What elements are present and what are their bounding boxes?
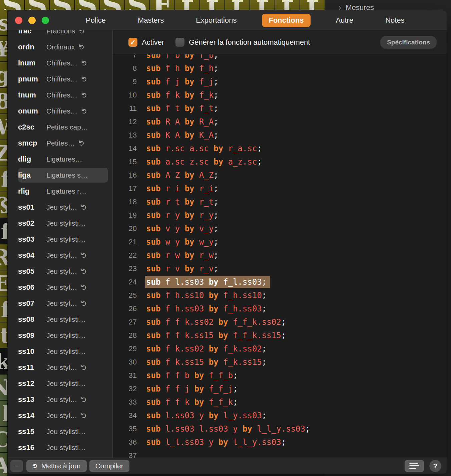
sidebar-item-ss02[interactable]: ss02Jeu stylisti… [8,215,112,231]
sidebar-item-ss08[interactable]: ss08Jeu stylisti… [8,311,112,327]
code-line: 36sub l_l.ss03 y by l_l_y.ss03; [113,436,447,449]
tab-masters[interactable]: Masters [131,14,170,27]
auto-refresh-icon: ↻ [80,365,88,371]
tab-notes[interactable]: Notes [379,14,411,27]
features-sidebar: fracFractions↻ordnOrdinaux↻lnumChiffres…… [8,30,112,458]
auto-refresh-icon: ↻ [80,413,88,419]
sidebar-item-ss03[interactable]: ss03Jeu stylisti… [8,231,112,247]
specifications-button[interactable]: Spécifications [380,36,437,49]
sidebar-item-ss09[interactable]: ss09Jeu stylisti… [8,327,112,343]
line-number: 35 [113,425,137,433]
update-button[interactable]: ↻ Mettre à jour [26,460,87,472]
feature-description: Jeu styl… [46,396,77,404]
tab-exportations[interactable]: Exportations [189,14,243,27]
sidebar-item-ss04[interactable]: ss04Jeu styl…↻ [8,247,112,263]
sidebar-item-smcp[interactable]: smcpPetites…↻ [8,135,112,151]
sidebar-item-lnum[interactable]: lnumChiffres…↻ [8,55,112,71]
code-text: sub f t by f_t; [146,104,218,113]
feature-description: Jeu styl… [46,283,77,291]
feature-description: Petites… [46,139,75,147]
glyph-cell: S [0,0,25,10]
glyph-cell: 8 [0,88,7,114]
auto-refresh-icon: ↻ [80,300,88,306]
feature-tag: ss05 [18,267,46,276]
auto-refresh-icon: ↻ [80,92,89,98]
sidebar-item-ss15[interactable]: ss15Jeu stylisti… [8,424,112,440]
feature-tag: ss15 [18,427,46,436]
feature-description: Jeu stylisti… [46,380,86,388]
code-line: 22sub r w by r_w; [113,249,447,262]
sidebar-item-ss13[interactable]: ss13Jeu styl…↻ [8,392,112,408]
feature-tag: dlig [18,155,46,164]
line-number: 25 [113,291,137,300]
glyph-cell: f [275,0,300,10]
line-number: 33 [113,398,137,407]
code-line: 28sub f f k.ss15 by f_f_k.ss15; [113,329,447,342]
sidebar-item-dlig[interactable]: dligLigatures… [8,151,112,167]
auto-generate-checkbox[interactable] [175,38,184,47]
tab-autre[interactable]: Autre [329,14,360,27]
code-text: sub f k.ss15 by f_k.ss15; [146,358,267,367]
line-number: 9 [113,77,137,86]
sidebar-item-ss11[interactable]: ss11Jeu styl…↻ [8,360,112,376]
minimize-button[interactable] [28,17,36,24]
feature-tag: ordn [18,43,46,51]
sidebar-item-tnum[interactable]: tnumChiffres…↻ [8,87,112,103]
feature-tag: ss06 [18,283,46,292]
remove-feature-button[interactable]: − [10,460,23,472]
code-text: sub A Z by A_Z; [146,171,218,180]
feature-tag: onum [18,107,46,115]
auto-refresh-icon: ↻ [80,76,89,82]
tab-police[interactable]: Police [79,14,112,27]
feature-description: Jeu stylisti… [46,428,86,436]
sidebar-item-ordn[interactable]: ordnOrdinaux↻ [8,39,112,55]
zoom-button[interactable] [42,17,49,24]
code-text: sub f h.ss10 by f_h.ss10; [146,291,267,300]
close-button[interactable] [15,17,22,24]
tab-fonctions[interactable]: Fonctions [262,14,310,27]
feature-tag: rlig [18,187,46,196]
sidebar-item-ss16[interactable]: ss16Jeu stylisti… [8,440,112,456]
line-number: 30 [113,358,137,367]
dialog-titlebar: PoliceMastersExportationsFonctionsAutreN… [8,10,447,30]
line-number: 7 [113,54,137,59]
feature-tag: frac [18,30,46,35]
code-text: sub f l.ss03 by f_l.ss03; [146,277,270,287]
auto-refresh-icon: ↻ [78,30,87,34]
line-number: 26 [113,304,137,313]
glyph-cell: N [0,375,7,401]
sidebar-item-ss10[interactable]: ss10Jeu stylisti… [8,343,112,360]
line-number: 14 [113,144,137,153]
sidebar-item-ss12[interactable]: ss12Jeu stylisti… [8,376,112,392]
sidebar-item-c2sc[interactable]: c2scPetites cap… [8,119,112,135]
sidebar-item-frac[interactable]: fracFractions↻ [8,30,112,39]
refresh-icon: ↻ [31,463,39,469]
auto-refresh-icon: ↻ [80,60,89,66]
feature-code-editor[interactable]: 7sub f b by f_b;8sub f h by f_h;9sub f j… [113,54,447,458]
feature-description: Jeu stylisti… [46,347,86,355]
selected-code-text: sub f l.ss03 by f_l.ss03; [145,276,270,288]
sidebar-item-ss07[interactable]: ss07Jeu styl…↻ [8,295,112,311]
list-view-button[interactable] [405,460,424,472]
glyph-cell: f [200,0,225,10]
sidebar-item-liga[interactable]: ligaLigatures s… [8,167,112,183]
code-line: 35sub l.ss03 l.ss03 y by l_l_y.ss03; [113,422,447,436]
code-line: 23sub r v by r_v; [113,262,447,275]
compile-button[interactable]: Compiler [89,460,129,472]
code-text: sub f f k.ss02 by f_f_k.ss02; [146,317,286,327]
code-text: sub r.sc a.sc by r_a.sc; [146,144,262,153]
code-line: 12sub R A by R_A; [113,115,447,129]
sidebar-item-ss01[interactable]: ss01Jeu styl…↻ [8,199,112,215]
enable-label: Activer [142,38,164,47]
help-button[interactable]: ? [429,460,441,472]
feature-tag: tnum [18,91,46,99]
sidebar-item-ss05[interactable]: ss05Jeu styl…↻ [8,263,112,279]
enable-checkbox[interactable]: ✓ [128,38,137,47]
sidebar-item-pnum[interactable]: pnumChiffres…↻ [8,71,112,87]
glyph-cell: g [0,62,7,88]
sidebar-item-ss14[interactable]: ss14Jeu styl…↻ [8,408,112,424]
sidebar-item-ss06[interactable]: ss06Jeu styl…↻ [8,279,112,295]
sidebar-item-onum[interactable]: onumChiffres…↻ [8,103,112,119]
feature-tag: ss14 [18,411,46,420]
sidebar-item-rlig[interactable]: rligLigatures r… [8,183,112,199]
